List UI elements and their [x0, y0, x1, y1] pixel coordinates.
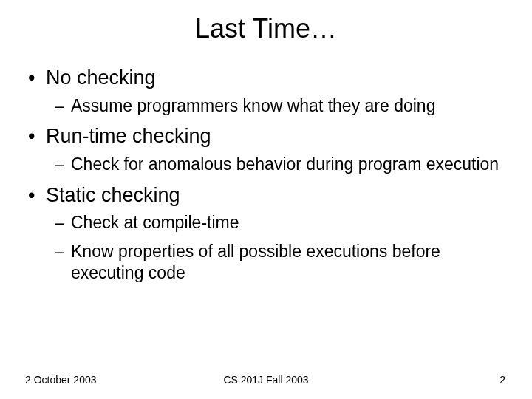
slide: Last Time… No checking Assume programmer… — [0, 0, 532, 399]
bullet-group: Static checking Check at compile-time Kn… — [25, 183, 507, 284]
bullet-level-2: Assume programmers know what they are do… — [25, 95, 507, 117]
slide-footer: 2 October 2003 CS 201J Fall 2003 2 — [0, 374, 532, 386]
bullet-level-1: Run-time checking — [25, 123, 507, 149]
slide-content: No checking Assume programmers know what… — [0, 65, 532, 283]
bullet-group: No checking Assume programmers know what… — [25, 65, 507, 116]
bullet-level-1: Static checking — [25, 183, 507, 208]
slide-title: Last Time… — [0, 13, 532, 44]
bullet-group: Run-time checking Check for anomalous be… — [25, 123, 507, 174]
bullet-level-2: Check at compile-time — [25, 212, 507, 233]
bullet-level-1: No checking — [25, 65, 507, 91]
footer-date: 2 October 2003 — [25, 374, 97, 386]
footer-page-number: 2 — [499, 374, 505, 386]
footer-course: CS 201J Fall 2003 — [223, 374, 308, 386]
bullet-level-2: Know properties of all possible executio… — [25, 241, 507, 284]
bullet-level-2: Check for anomalous behavior during prog… — [25, 154, 507, 175]
